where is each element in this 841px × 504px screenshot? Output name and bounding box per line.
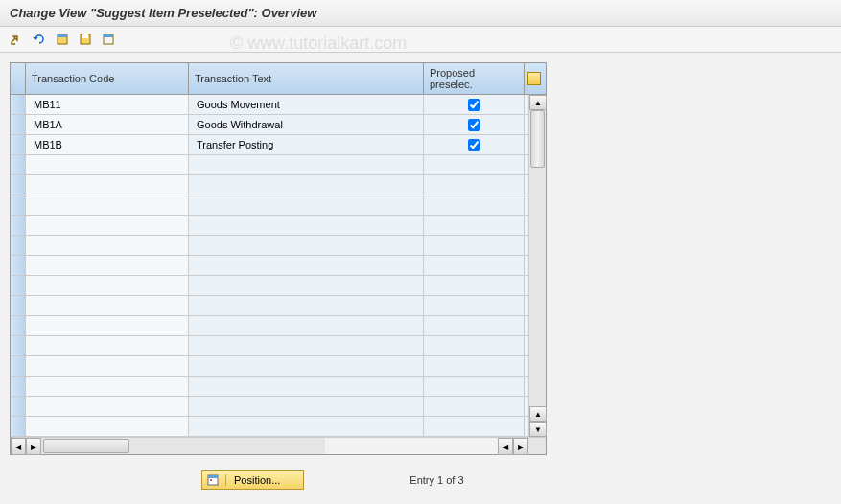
transaction-code-input[interactable] [32, 218, 182, 232]
row-selector[interactable] [11, 377, 26, 396]
cell-transaction-code[interactable] [26, 377, 189, 396]
row-selector[interactable] [11, 155, 26, 174]
cell-transaction-code[interactable] [26, 135, 189, 154]
cell-transaction-text[interactable] [189, 155, 424, 174]
cell-transaction-code[interactable] [26, 216, 189, 235]
position-button[interactable]: Position... [201, 470, 304, 490]
transaction-code-input[interactable] [32, 178, 182, 192]
cell-transaction-code[interactable] [26, 236, 189, 255]
scroll-right-button[interactable]: ◀ [498, 438, 513, 455]
cell-transaction-code[interactable] [26, 155, 189, 174]
transaction-text-input[interactable] [195, 178, 417, 192]
undo-icon[interactable] [31, 31, 48, 48]
cell-transaction-text[interactable] [189, 175, 424, 195]
transaction-code-input[interactable] [32, 279, 182, 292]
transaction-text-input[interactable] [195, 218, 417, 232]
row-selector[interactable] [11, 316, 26, 335]
row-selector[interactable] [11, 175, 26, 195]
cell-transaction-code[interactable] [26, 336, 189, 355]
transaction-text-input[interactable] [195, 319, 417, 332]
table-config-button[interactable] [525, 63, 544, 94]
row-selector[interactable] [11, 356, 26, 376]
cell-transaction-code[interactable] [26, 356, 189, 376]
cell-transaction-code[interactable] [26, 95, 189, 114]
transaction-code-input[interactable] [32, 158, 182, 172]
transaction-text-input[interactable] [195, 279, 417, 292]
cell-transaction-text[interactable] [189, 417, 424, 436]
transaction-text-input[interactable] [195, 359, 417, 373]
cell-transaction-text[interactable] [189, 336, 424, 355]
cell-transaction-code[interactable] [26, 276, 189, 295]
transaction-text-input[interactable] [195, 158, 417, 172]
row-selector[interactable] [11, 195, 26, 215]
transaction-code-input[interactable] [32, 138, 182, 151]
scroll-up-button[interactable]: ▲ [529, 95, 547, 110]
row-selector[interactable] [11, 135, 26, 154]
cell-transaction-text[interactable] [189, 256, 424, 275]
row-selector-header[interactable] [11, 63, 26, 94]
transaction-code-input[interactable] [32, 239, 182, 252]
deselect-icon[interactable] [100, 31, 117, 48]
transaction-code-input[interactable] [32, 259, 182, 272]
cell-transaction-code[interactable] [26, 316, 189, 335]
select-all-icon[interactable] [54, 31, 71, 48]
scroll-down-button[interactable]: ▲ [529, 406, 547, 422]
horizontal-scrollbar[interactable]: ◀ ▶ ◀ ▶ [11, 437, 546, 454]
cell-transaction-text[interactable] [189, 397, 424, 416]
column-header-code[interactable]: Transaction Code [26, 63, 189, 94]
transaction-text-input[interactable] [195, 400, 417, 413]
vscroll-track[interactable] [529, 110, 546, 406]
row-selector[interactable] [11, 336, 26, 355]
cell-transaction-code[interactable] [26, 417, 189, 436]
row-selector[interactable] [11, 276, 26, 295]
transaction-code-input[interactable] [32, 98, 182, 111]
transaction-text-input[interactable] [195, 239, 417, 252]
vertical-scrollbar[interactable]: ▲ ▲ ▼ [528, 95, 546, 437]
scroll-bottom-button[interactable]: ▼ [529, 422, 547, 437]
cell-transaction-text[interactable] [189, 135, 424, 154]
save-icon[interactable] [77, 31, 94, 48]
transaction-text-input[interactable] [195, 379, 417, 393]
transaction-text-input[interactable] [195, 138, 417, 151]
transaction-text-input[interactable] [195, 339, 417, 353]
cell-transaction-text[interactable] [189, 95, 424, 114]
cell-transaction-code[interactable] [26, 195, 189, 215]
transaction-text-input[interactable] [195, 420, 417, 433]
proposed-checkbox[interactable] [468, 99, 480, 111]
row-selector[interactable] [11, 236, 26, 255]
scroll-left-button[interactable]: ▶ [26, 438, 41, 455]
row-selector[interactable] [11, 397, 26, 416]
cell-transaction-code[interactable] [26, 397, 189, 416]
row-selector[interactable] [11, 417, 26, 436]
transaction-code-input[interactable] [32, 319, 182, 332]
row-selector[interactable] [11, 256, 26, 275]
transaction-code-input[interactable] [32, 339, 182, 353]
transaction-code-input[interactable] [32, 420, 182, 433]
cell-transaction-code[interactable] [26, 175, 189, 195]
transaction-text-input[interactable] [195, 98, 417, 111]
cell-transaction-text[interactable] [189, 195, 424, 215]
cell-transaction-text[interactable] [189, 377, 424, 396]
transaction-text-input[interactable] [195, 118, 417, 131]
row-selector[interactable] [11, 296, 26, 315]
cell-transaction-text[interactable] [189, 216, 424, 235]
scroll-left-first-button[interactable]: ◀ [11, 438, 26, 455]
cell-transaction-text[interactable] [189, 316, 424, 335]
transaction-code-input[interactable] [32, 379, 182, 393]
column-header-proposed[interactable]: Proposed preselec. [424, 63, 525, 94]
row-selector[interactable] [11, 115, 26, 134]
cell-transaction-code[interactable] [26, 296, 189, 315]
row-selector[interactable] [11, 95, 26, 114]
row-selector[interactable] [11, 216, 26, 235]
transaction-code-input[interactable] [32, 400, 182, 413]
toggle-display-icon[interactable] [8, 31, 25, 48]
transaction-code-input[interactable] [32, 299, 182, 312]
transaction-text-input[interactable] [195, 259, 417, 272]
cell-transaction-code[interactable] [26, 256, 189, 275]
scroll-right-last-button[interactable]: ▶ [513, 438, 528, 455]
proposed-checkbox[interactable] [468, 139, 480, 151]
cell-transaction-text[interactable] [189, 276, 424, 295]
transaction-text-input[interactable] [195, 198, 417, 212]
proposed-checkbox[interactable] [468, 119, 480, 131]
cell-transaction-text[interactable] [189, 296, 424, 315]
